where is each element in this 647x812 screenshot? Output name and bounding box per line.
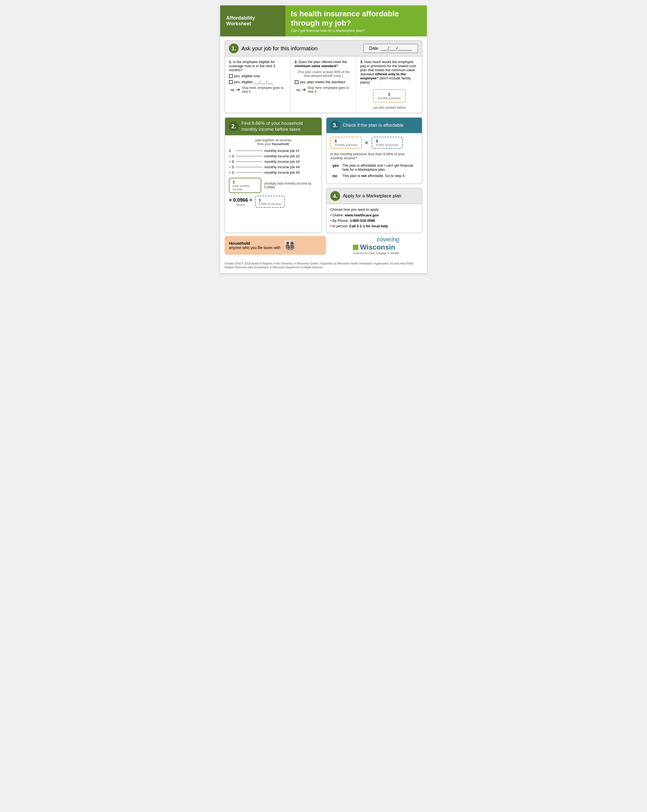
income-line-2: + $ monthly income job #2 — [229, 154, 318, 158]
step4-option3: • In person: Call 2-1-1 for local help — [330, 224, 418, 228]
col2-option1: yes, plan meets the standard — [295, 80, 352, 84]
step4-choose: Choose how you want to apply: — [330, 208, 418, 212]
date-placeholder: ___/___/______ — [381, 46, 412, 50]
col3-premium-label: monthly premium — [378, 96, 401, 100]
check-no: no This plan is not affordable. Go to st… — [330, 174, 418, 178]
step4-bullet1-prefix: • Online: — [330, 213, 343, 217]
compare-box-orange: $ monthly premium — [330, 137, 362, 149]
step1-col1: 1. Is the employee eligible for coverage… — [225, 56, 291, 113]
compare-blue-dollar: $ — [376, 139, 398, 143]
compare-orange-dollar: $ — [335, 139, 357, 143]
household-text: Household anyone who you file taxes with — [229, 241, 281, 250]
step4-title: Apply for a Marketplace plan — [343, 193, 401, 199]
check-yes-text: The plan is affordable and I can't get f… — [342, 163, 418, 171]
footer: October 2016 © 2016 Board of Regents of … — [220, 260, 427, 273]
income-prefix-1: $ — [229, 149, 234, 153]
section3: 3. Check if the plan is affordable $ mon… — [326, 117, 423, 184]
header-left: Affordability Worksheet — [220, 5, 285, 37]
multiply-sub: (times) — [229, 203, 252, 206]
income-label-4: monthly income job #4 — [264, 165, 299, 169]
col2-checkbox1[interactable] — [295, 80, 299, 84]
step2-badge: 2. — [229, 122, 239, 131]
check-no-text-end: affordable. Go to step 4. — [368, 174, 405, 178]
compare-row: $ monthly premium < $ 9.66% of income — [330, 137, 418, 149]
income-line-4: + $ monthly income job #4 — [229, 165, 318, 169]
col3-use-below: use this number below — [360, 106, 418, 110]
household-family-icon: 👨‍👩‍👧‍👦 — [284, 240, 296, 251]
col1-text: Is the employee eligible for coverage no… — [229, 60, 275, 72]
step1-col3: 3. How much would the employee pay in pr… — [356, 56, 422, 113]
col2-option2: no ➜ Stop here, employee goes to step 4 — [295, 86, 352, 93]
step4-badge: 4. — [330, 191, 340, 201]
covering-logo: covering Wisconsin Connect to Care, Enga… — [353, 236, 399, 255]
covering-box: covering Wisconsin Connect to Care, Enga… — [330, 236, 423, 255]
check-yes-label: yes — [333, 163, 340, 168]
compare-less-than-icon: < — [365, 140, 368, 146]
income-prefix-4: + $ — [229, 165, 234, 169]
result-dollar: $ — [259, 198, 281, 202]
covering-text-line2: Wisconsin — [353, 243, 399, 252]
covering-wisconsin: Wisconsin — [360, 243, 395, 252]
col2-label: 2. — [295, 60, 298, 64]
col3-premium-wrapper: $ monthly premium — [360, 87, 418, 105]
col1-label: 1. — [229, 60, 232, 64]
step4-bullet2-prefix: • By Phone: — [330, 218, 349, 223]
step2-subtext: (add together all incomes from your hous… — [229, 138, 318, 146]
col2-text-bold: minimum value standard — [295, 64, 336, 68]
income-line-5: + $ monthly income job #5 — [229, 171, 318, 174]
total-label: total monthly income — [233, 184, 258, 191]
household-bold: Household — [229, 241, 281, 246]
col1-checkbox2[interactable] — [229, 80, 233, 84]
date-label: Date — [369, 46, 378, 50]
section1-body: 1. Is the employee eligible for coverage… — [225, 56, 422, 113]
header: Affordability Worksheet Is health insura… — [220, 5, 427, 37]
income-prefix-5: + $ — [229, 171, 234, 174]
compare-blue-label: 9.66% of income — [376, 143, 398, 147]
section1: 1. Ask your job for this information Dat… — [224, 40, 423, 113]
step3-badge: 3. — [330, 121, 340, 130]
section4: 4. Apply for a Marketplace plan Choose h… — [326, 188, 423, 233]
compare-box-blue: $ 9.66% of income — [372, 137, 403, 149]
covering-tagline: Connect to Care, Engage in Health — [353, 252, 399, 255]
income-line-1: $ monthly income job #1 — [229, 149, 318, 153]
step4-bullet2-text: 1-800-318-2596 — [350, 218, 375, 223]
income-line-3: + $ monthly income job #3 — [229, 160, 318, 164]
result-label: 9.66% of income — [259, 202, 281, 206]
section4-body: Choose how you want to apply: • Online: … — [327, 204, 422, 233]
col1-option2: yes, eligible ___/___/___ — [229, 80, 287, 84]
result-box: $ 9.66% of income — [255, 196, 285, 208]
income-label-5: monthly income job #5 — [264, 171, 299, 174]
bottom-row: 2. Find 9.66% of your household monthly … — [224, 117, 423, 233]
step1-col2: 2. Does the plan offered meet the minimu… — [291, 56, 357, 113]
step4-bullet3-text: Call 2-1-1 for local help — [349, 224, 388, 228]
col2-no-label: no — [296, 88, 300, 92]
section4-header: 4. Apply for a Marketplace plan — [327, 188, 422, 204]
multiply-sym-text: × 0.0966 = — [229, 197, 252, 203]
col3-dollar: $ — [388, 92, 391, 96]
col1-option3: no ➜ Stop here, employee goes to step 4 — [229, 86, 287, 93]
check-no-text-pre: This plan is — [342, 174, 360, 178]
col1-checkbox1[interactable] — [229, 74, 233, 78]
income-underline-4 — [235, 167, 262, 167]
multiply-desc: (multiply total monthly income by 0.0966… — [264, 182, 318, 189]
income-label-3: monthly income job #3 — [264, 160, 299, 164]
col2-stop-text: Stop here, employee goes to step 4 — [307, 86, 352, 93]
income-prefix-2: + $ — [229, 154, 234, 158]
income-underline-2 — [235, 156, 262, 156]
col2-text-end: ? — [336, 64, 338, 68]
multiply-sym: × 0.0966 = (times) — [229, 197, 252, 206]
section1-header: 1. Ask your job for this information Dat… — [225, 41, 422, 56]
step2-subtext3: ) — [288, 142, 290, 146]
col2-text: Does the plan offered meet the — [299, 60, 347, 64]
step4-bullet1-text: www.healthcare.gov — [345, 213, 379, 217]
total-income-box: $ total monthly income — [229, 178, 261, 193]
step1-title: Ask your job for this information — [241, 46, 317, 52]
section2-body: (add together all incomes from your hous… — [225, 136, 322, 211]
section2-header: 2. Find 9.66% of your household monthly … — [225, 118, 322, 136]
check-no-label: no — [333, 174, 340, 178]
compare-orange-label: monthly premium — [335, 143, 357, 147]
col1-no-label: no — [230, 88, 234, 92]
household-box: Household anyone who you file taxes with… — [224, 236, 326, 255]
col2-option1-text: yes, plan meets the standard — [300, 80, 345, 84]
income-prefix-3: + $ — [229, 160, 234, 164]
